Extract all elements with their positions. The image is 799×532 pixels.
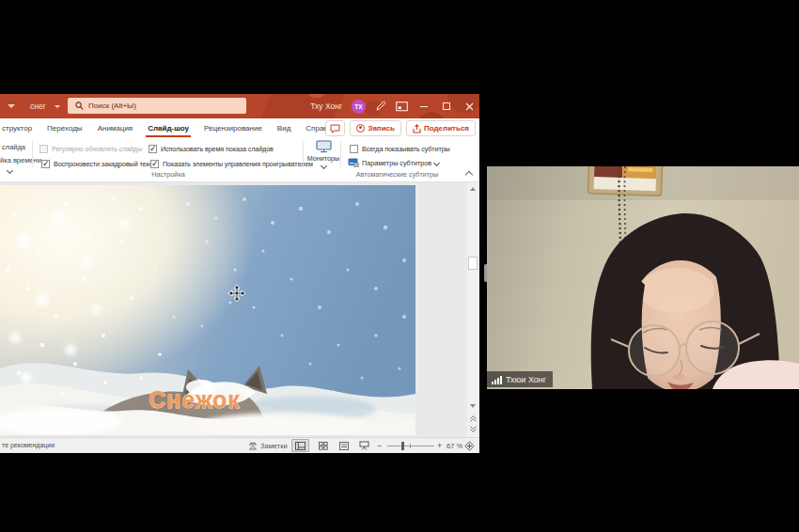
comment-icon — [330, 124, 340, 133]
normal-view-button[interactable] — [291, 439, 309, 452]
checkbox-box[interactable] — [149, 145, 157, 153]
checkbox-label: Использовать время показа слайдов — [161, 145, 274, 153]
document-title[interactable]: снег — [30, 94, 46, 118]
next-slide-button[interactable] — [469, 425, 478, 433]
ribbon-tab-row: структор Переходы Анимация Слайд-шоу Рец… — [0, 118, 479, 138]
record-label: Запись — [368, 124, 395, 133]
titlebar[interactable]: снег Поиск (Alt+Ы) Тху Хонг ТХ — [0, 94, 479, 118]
checkbox-box[interactable] — [150, 160, 159, 168]
slideshow-icon — [359, 441, 369, 450]
tab-transitions[interactable]: Переходы — [39, 119, 90, 137]
clipped-button-text[interactable]: слайда — [2, 143, 25, 151]
checkbox-label: Показать элементы управления проигрывате… — [163, 160, 313, 168]
search-placeholder: Поиск (Alt+Ы) — [88, 102, 136, 110]
slide-sorter-view-button[interactable] — [314, 439, 332, 452]
notes-button[interactable]: Заметки — [248, 440, 288, 451]
group-label-setup: Настройка — [34, 170, 303, 179]
powerpoint-window: снег Поиск (Alt+Ы) Тху Хонг ТХ — [0, 94, 479, 453]
tab-view[interactable]: Вид — [270, 119, 298, 137]
tab-animation[interactable]: Анимация — [90, 119, 141, 137]
quick-access-chevron-icon[interactable] — [8, 104, 15, 108]
checkbox-label: Регулярно обновлять слайды — [52, 145, 142, 153]
status-bar: те рекомендации Заметки — [0, 437, 479, 453]
scrollbar-thumb[interactable] — [468, 257, 478, 270]
share-label: Поделиться — [424, 124, 469, 133]
collapse-ribbon-icon[interactable] — [465, 171, 473, 179]
checkbox-box[interactable] — [350, 145, 358, 153]
fit-to-window-button[interactable] — [464, 441, 475, 451]
participant-video — [487, 166, 799, 389]
tab-review[interactable]: Рецензирование — [196, 119, 270, 137]
clipped-caret-icon[interactable] — [7, 167, 13, 174]
monitor-icon — [316, 140, 332, 153]
slide-canvas[interactable]: Снежок — [0, 185, 415, 435]
zoom-in-button[interactable]: + — [437, 441, 442, 450]
checkbox-label: Воспроизвести закадровый текст — [54, 160, 155, 168]
search-icon — [75, 102, 84, 110]
comments-button[interactable] — [325, 120, 345, 136]
checkbox-box[interactable] — [39, 145, 48, 153]
close-icon — [465, 102, 474, 111]
zoom-slider-notch — [410, 444, 411, 448]
checkbox-play-narration[interactable]: Воспроизвести закадровый текст — [41, 160, 155, 168]
participant-name: Тхюи Хонг — [506, 375, 546, 384]
user-avatar[interactable]: ТХ — [352, 100, 366, 114]
search-input[interactable]: Поиск (Alt+Ы) — [68, 98, 246, 114]
checkbox-auto-update-slides[interactable]: Регулярно обновлять слайды — [39, 145, 142, 153]
subtitle-settings-icon — [348, 158, 359, 167]
scroll-down-icon[interactable] — [470, 404, 476, 408]
record-button[interactable]: Запись — [350, 120, 401, 136]
reading-view-icon — [339, 442, 349, 450]
tab-constructor[interactable]: структор — [0, 119, 39, 137]
share-button[interactable]: Поделиться — [406, 120, 476, 136]
subtitle-settings-caret-icon — [433, 159, 440, 165]
zoom-slider-track[interactable] — [387, 446, 434, 446]
meeting-window-icon[interactable] — [396, 102, 408, 112]
draw-pen-icon[interactable] — [375, 101, 386, 112]
checkbox-use-timings[interactable]: Использовать время показа слайдов — [149, 145, 274, 153]
zoom-slider-thumb[interactable] — [401, 442, 404, 450]
monitors-button[interactable]: Мониторы — [306, 140, 341, 168]
group-divider — [340, 141, 341, 167]
record-icon — [356, 124, 365, 133]
checkbox-box[interactable] — [41, 160, 50, 168]
slide-snow-cat-image: Снежок — [0, 185, 415, 435]
restore-icon — [443, 102, 450, 110]
slideshow-view-button[interactable] — [355, 439, 373, 452]
slide-caption[interactable]: Снежок — [149, 386, 241, 413]
subtitle-settings-button[interactable]: Параметры субтитров — [348, 158, 439, 167]
group-divider — [32, 141, 33, 167]
document-title-caret-icon[interactable] — [55, 105, 60, 108]
minimize-button[interactable] — [417, 94, 431, 118]
notes-label: Заметки — [260, 442, 288, 450]
group-divider — [303, 141, 304, 167]
scroll-up-icon[interactable] — [470, 187, 476, 191]
minimize-icon — [420, 106, 428, 107]
vertical-scrollbar[interactable] — [467, 182, 479, 437]
participant-name-tag: Тхюи Хонг — [487, 371, 553, 387]
reading-view-button[interactable] — [335, 439, 352, 452]
restore-button[interactable] — [440, 94, 453, 118]
zoom-out-button[interactable]: − — [377, 441, 382, 450]
checkbox-label: Всегда показывать субтитры — [362, 145, 450, 153]
group-label-auto-subtitles: Автоматические субтитры — [338, 170, 456, 179]
notes-icon — [248, 442, 258, 450]
checkbox-always-subtitles[interactable]: Всегда показывать субтитры — [350, 145, 450, 153]
previous-slide-button[interactable] — [469, 415, 478, 423]
tab-slideshow[interactable]: Слайд-шоу — [140, 119, 196, 137]
clipped-rehearse-timings-text[interactable]: йка времени — [0, 156, 41, 164]
user-name[interactable]: Тху Хонг — [310, 102, 342, 111]
share-icon — [413, 124, 421, 133]
normal-view-icon — [295, 442, 306, 450]
slide-sorter-icon — [319, 442, 328, 450]
zoom-level[interactable]: 67 % — [446, 442, 462, 450]
subtitle-settings-label: Параметры субтитров — [362, 159, 431, 167]
slide-workspace: Снежок — [0, 182, 479, 437]
close-button[interactable] — [462, 94, 476, 118]
signal-bars-icon — [492, 375, 502, 384]
webcam-feed: Тхюи Хонг — [487, 166, 799, 389]
ribbon-content: слайда йка времени Регулярно обновлять с… — [0, 138, 479, 182]
monitors-caret-icon — [320, 163, 326, 169]
accessibility-status-text[interactable]: те рекомендации — [2, 442, 55, 448]
checkbox-show-media-controls[interactable]: Показать элементы управления проигрывате… — [150, 160, 313, 168]
